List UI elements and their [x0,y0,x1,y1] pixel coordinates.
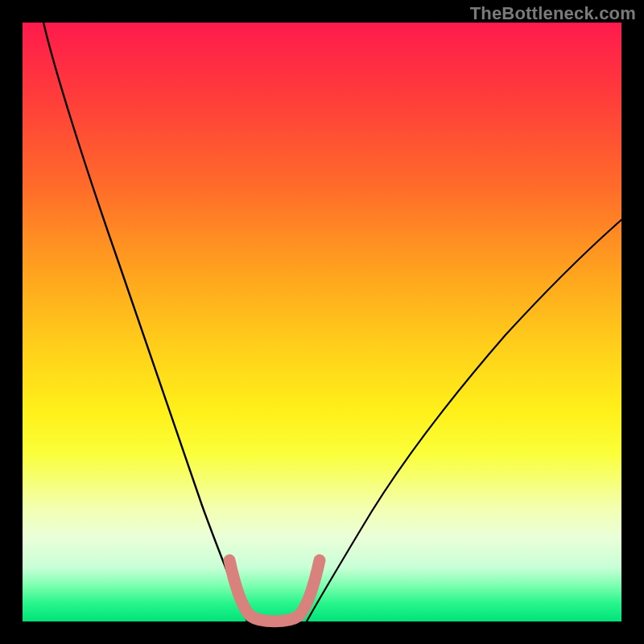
right-branch-curve [307,220,621,621]
valley-salmon-curve [229,560,320,621]
watermark-text: TheBottleneck.com [470,3,636,24]
chart-plot-area [23,23,621,621]
left-branch-curve [43,23,247,621]
chart-curves [23,23,621,621]
chart-frame: TheBottleneck.com [0,0,644,644]
